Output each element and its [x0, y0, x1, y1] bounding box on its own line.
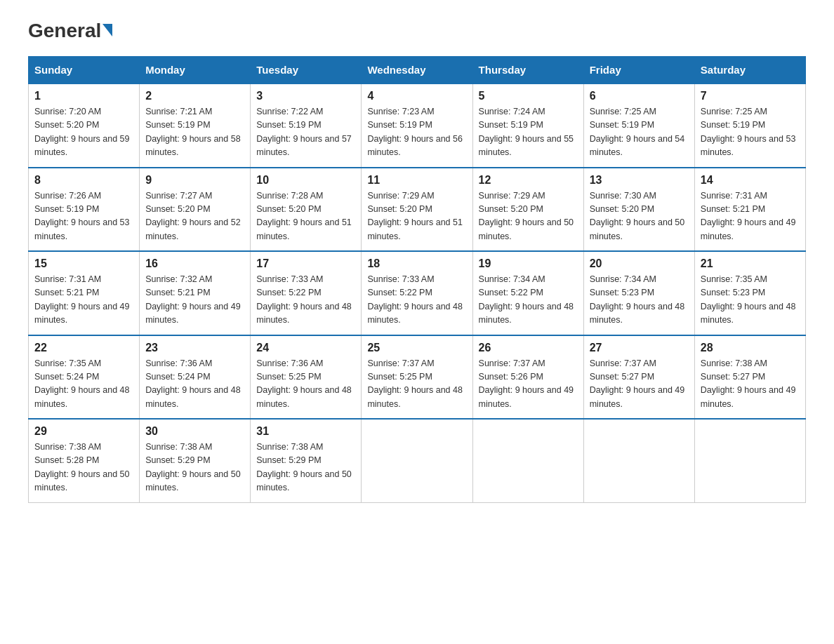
sunrise-label: Sunrise: 7:25 AM [701, 107, 767, 116]
daylight-label: Daylight: 9 hours and 53 minutes. [34, 217, 130, 241]
calendar-cell: 20 Sunrise: 7:34 AM Sunset: 5:23 PM Dayl… [583, 251, 694, 335]
day-info: Sunrise: 7:30 AM Sunset: 5:20 PM Dayligh… [590, 189, 689, 244]
calendar-cell: 13 Sunrise: 7:30 AM Sunset: 5:20 PM Dayl… [583, 168, 694, 252]
day-number: 19 [479, 257, 578, 270]
sunset-label: Sunset: 5:27 PM [590, 372, 654, 382]
sunrise-label: Sunrise: 7:33 AM [367, 274, 434, 284]
day-number: 8 [34, 174, 133, 187]
sunset-label: Sunset: 5:19 PM [701, 120, 765, 130]
day-header-sunday: Sunday [29, 57, 140, 84]
daylight-label: Daylight: 9 hours and 48 minutes. [590, 302, 685, 325]
day-number: 1 [34, 90, 133, 102]
day-number: 4 [367, 90, 466, 102]
day-number: 25 [367, 342, 466, 354]
calendar-cell: 12 Sunrise: 7:29 AM Sunset: 5:20 PM Dayl… [472, 168, 583, 252]
sunset-label: Sunset: 5:19 PM [367, 120, 432, 130]
calendar-cell: 23 Sunrise: 7:36 AM Sunset: 5:24 PM Dayl… [140, 335, 251, 420]
sunset-label: Sunset: 5:25 PM [256, 372, 321, 382]
sunset-label: Sunset: 5:19 PM [34, 204, 99, 214]
calendar-week-row: 8 Sunrise: 7:26 AM Sunset: 5:19 PM Dayli… [29, 168, 806, 252]
sunrise-label: Sunrise: 7:29 AM [367, 191, 434, 201]
calendar-cell: 8 Sunrise: 7:26 AM Sunset: 5:19 PM Dayli… [29, 168, 140, 252]
daylight-label: Daylight: 9 hours and 48 minutes. [367, 302, 463, 325]
calendar-cell: 9 Sunrise: 7:27 AM Sunset: 5:20 PM Dayli… [140, 168, 251, 252]
daylight-label: Daylight: 9 hours and 48 minutes. [701, 302, 796, 325]
sunset-label: Sunset: 5:22 PM [479, 288, 543, 297]
sunset-label: Sunset: 5:21 PM [701, 204, 765, 214]
day-number: 29 [34, 425, 133, 438]
day-header-wednesday: Wednesday [362, 57, 472, 84]
calendar-cell: 15 Sunrise: 7:31 AM Sunset: 5:21 PM Dayl… [29, 251, 140, 335]
day-number: 13 [590, 174, 689, 187]
day-number: 22 [34, 342, 133, 354]
page-header: General [28, 21, 806, 42]
calendar-cell: 4 Sunrise: 7:23 AM Sunset: 5:19 PM Dayli… [362, 83, 472, 168]
day-info: Sunrise: 7:36 AM Sunset: 5:24 PM Dayligh… [145, 357, 244, 412]
daylight-label: Daylight: 9 hours and 53 minutes. [701, 134, 796, 157]
daylight-label: Daylight: 9 hours and 51 minutes. [256, 217, 352, 241]
calendar-cell: 6 Sunrise: 7:25 AM Sunset: 5:19 PM Dayli… [583, 83, 694, 168]
calendar-cell: 18 Sunrise: 7:33 AM Sunset: 5:22 PM Dayl… [362, 251, 472, 335]
sunrise-label: Sunrise: 7:29 AM [479, 191, 545, 201]
day-number: 21 [701, 257, 800, 270]
sunset-label: Sunset: 5:25 PM [367, 372, 432, 382]
sunset-label: Sunset: 5:22 PM [367, 288, 432, 297]
day-number: 18 [367, 257, 466, 270]
calendar-cell [694, 419, 805, 502]
sunset-label: Sunset: 5:21 PM [34, 288, 99, 297]
day-info: Sunrise: 7:38 AM Sunset: 5:29 PM Dayligh… [256, 441, 355, 495]
daylight-label: Daylight: 9 hours and 48 minutes. [256, 385, 352, 408]
sunrise-label: Sunrise: 7:37 AM [479, 358, 545, 368]
sunrise-label: Sunrise: 7:26 AM [34, 191, 101, 201]
day-header-tuesday: Tuesday [251, 57, 362, 84]
daylight-label: Daylight: 9 hours and 48 minutes. [256, 302, 352, 325]
day-number: 27 [590, 342, 689, 354]
sunset-label: Sunset: 5:23 PM [590, 288, 654, 297]
day-info: Sunrise: 7:29 AM Sunset: 5:20 PM Dayligh… [367, 189, 466, 244]
sunset-label: Sunset: 5:29 PM [256, 455, 321, 465]
daylight-label: Daylight: 9 hours and 57 minutes. [256, 134, 352, 157]
calendar-cell: 16 Sunrise: 7:32 AM Sunset: 5:21 PM Dayl… [140, 251, 251, 335]
daylight-label: Daylight: 9 hours and 50 minutes. [145, 469, 241, 492]
sunrise-label: Sunrise: 7:38 AM [145, 442, 212, 452]
sunrise-label: Sunrise: 7:31 AM [701, 191, 767, 201]
sunrise-label: Sunrise: 7:36 AM [145, 358, 212, 368]
day-info: Sunrise: 7:25 AM Sunset: 5:19 PM Dayligh… [701, 105, 800, 160]
sunrise-label: Sunrise: 7:24 AM [479, 107, 545, 116]
day-info: Sunrise: 7:34 AM Sunset: 5:22 PM Dayligh… [479, 273, 578, 328]
sunset-label: Sunset: 5:26 PM [479, 372, 543, 382]
day-header-friday: Friday [583, 57, 694, 84]
daylight-label: Daylight: 9 hours and 54 minutes. [590, 134, 685, 157]
day-number: 23 [145, 342, 244, 354]
day-info: Sunrise: 7:33 AM Sunset: 5:22 PM Dayligh… [367, 273, 466, 328]
day-number: 26 [479, 342, 578, 354]
calendar-week-row: 1 Sunrise: 7:20 AM Sunset: 5:20 PM Dayli… [29, 83, 806, 168]
day-info: Sunrise: 7:33 AM Sunset: 5:22 PM Dayligh… [256, 273, 355, 328]
day-header-monday: Monday [140, 57, 251, 84]
sunset-label: Sunset: 5:27 PM [701, 372, 765, 382]
daylight-label: Daylight: 9 hours and 49 minutes. [145, 302, 241, 325]
sunset-label: Sunset: 5:20 PM [256, 204, 321, 214]
sunrise-label: Sunrise: 7:32 AM [145, 274, 212, 284]
day-number: 3 [256, 90, 355, 102]
calendar-cell: 11 Sunrise: 7:29 AM Sunset: 5:20 PM Dayl… [362, 168, 472, 252]
day-info: Sunrise: 7:28 AM Sunset: 5:20 PM Dayligh… [256, 189, 355, 244]
day-info: Sunrise: 7:31 AM Sunset: 5:21 PM Dayligh… [701, 189, 800, 244]
day-info: Sunrise: 7:26 AM Sunset: 5:19 PM Dayligh… [34, 189, 133, 244]
daylight-label: Daylight: 9 hours and 49 minutes. [34, 302, 130, 325]
sunset-label: Sunset: 5:20 PM [34, 120, 99, 130]
day-number: 11 [367, 174, 466, 187]
day-number: 24 [256, 342, 355, 354]
day-info: Sunrise: 7:21 AM Sunset: 5:19 PM Dayligh… [145, 105, 244, 160]
daylight-label: Daylight: 9 hours and 51 minutes. [367, 217, 463, 241]
day-info: Sunrise: 7:27 AM Sunset: 5:20 PM Dayligh… [145, 189, 244, 244]
sunset-label: Sunset: 5:29 PM [145, 455, 210, 465]
calendar-header-row: SundayMondayTuesdayWednesdayThursdayFrid… [29, 57, 806, 84]
day-header-saturday: Saturday [694, 57, 805, 84]
calendar-cell: 5 Sunrise: 7:24 AM Sunset: 5:19 PM Dayli… [472, 83, 583, 168]
day-header-thursday: Thursday [472, 57, 583, 84]
day-number: 6 [590, 90, 689, 102]
day-info: Sunrise: 7:36 AM Sunset: 5:25 PM Dayligh… [256, 357, 355, 412]
day-number: 2 [145, 90, 244, 102]
calendar-cell [362, 419, 472, 502]
